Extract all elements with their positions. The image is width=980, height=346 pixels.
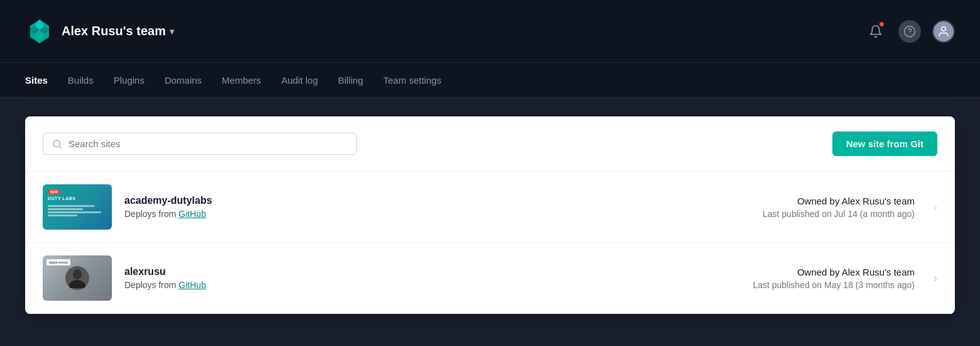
header: Alex Rusu's team ▾ [0,0,980,63]
user-avatar-button[interactable] [932,20,955,43]
site-deploy-1: Deploys from GitHub [124,209,689,219]
site-info-2: alexrusu Deploys from GitHub [124,266,689,290]
nav-item-builds[interactable]: Builds [68,65,94,96]
svg-line-9 [59,146,61,148]
help-circle-icon [903,25,916,38]
content-card: New site from Git NEW DUTY LABS [25,116,955,314]
person-silhouette-icon [68,268,86,288]
site-item[interactable]: digital nomad alexrusu Deploys from GitH… [25,243,955,314]
site-thumbnail-2: digital nomad [43,255,112,301]
avatar [934,21,954,42]
site-thumbnail-1: NEW DUTY LABS [43,184,112,230]
new-site-from-git-button[interactable]: New site from Git [832,131,937,156]
site-list: NEW DUTY LABS academy-dutylabs Deploys f [25,172,955,314]
site-published-2: Last published on May 18 (3 months ago) [701,280,915,290]
svg-point-10 [73,269,82,279]
github-link-2[interactable]: GitHub [178,280,206,290]
nav-item-audit-log[interactable]: Audit log [281,65,318,96]
nav-item-domains[interactable]: Domains [165,65,202,96]
main-nav: Sites Builds Plugins Domains Members Aud… [0,63,980,98]
header-right [864,20,955,43]
nav-item-billing[interactable]: Billing [338,65,363,96]
chevron-down-icon: ▾ [170,26,174,36]
svg-point-7 [942,26,946,31]
chevron-right-icon-2: › [934,272,937,285]
search-wrapper [43,133,357,155]
site-owner-2: Owned by Alex Rusu's team [701,267,915,277]
site-item[interactable]: NEW DUTY LABS academy-dutylabs Deploys f [25,172,955,243]
nav-item-sites[interactable]: Sites [25,65,48,96]
user-icon [937,25,950,38]
notifications-button[interactable] [864,20,887,43]
site-name-2: alexrusu [124,266,689,277]
site-thumb-label: digital nomad [46,259,70,265]
header-left: Alex Rusu's team ▾ [25,17,174,46]
site-owner-1: Owned by Alex Rusu's team [701,196,915,206]
site-published-1: Last published on Jul 14 (a month ago) [701,209,915,219]
nav-item-members[interactable]: Members [222,65,261,96]
netlify-logo-icon [25,17,54,46]
chevron-right-icon-1: › [934,201,937,214]
site-info-1: academy-dutylabs Deploys from GitHub [124,195,689,219]
team-name-button[interactable]: Alex Rusu's team ▾ [62,24,174,38]
nav-item-plugins[interactable]: Plugins [114,65,144,96]
site-meta-1: Owned by Alex Rusu's team Last published… [701,196,915,219]
toolbar: New site from Git [25,116,955,172]
help-button[interactable] [898,20,921,43]
nav-item-team-settings[interactable]: Team settings [383,65,442,96]
main-content: New site from Git NEW DUTY LABS [0,98,980,333]
site-deploy-2: Deploys from GitHub [124,280,689,290]
site-name-1: academy-dutylabs [124,195,689,206]
site-meta-2: Owned by Alex Rusu's team Last published… [701,267,915,290]
svg-point-11 [69,280,85,288]
site-thumb-person [65,266,89,290]
notification-badge [879,21,885,27]
search-icon [52,139,62,149]
github-link-1[interactable]: GitHub [178,209,206,219]
search-input[interactable] [68,138,347,149]
team-name-label: Alex Rusu's team [62,24,166,38]
